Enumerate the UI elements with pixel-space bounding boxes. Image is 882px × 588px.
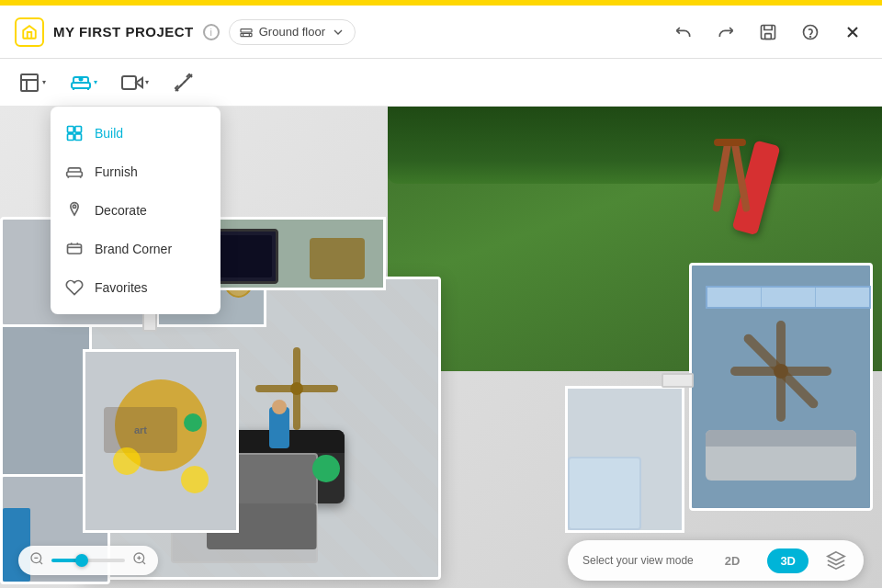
light-fixture-2 [181, 466, 209, 493]
info-icon[interactable]: i [203, 24, 220, 40]
view-mode-selector: Select your view mode 2D 3D [568, 540, 864, 581]
svg-point-19 [73, 205, 75, 208]
zoom-in-icon[interactable] [132, 551, 147, 570]
toolbar: ▾ ▾ ▾ [0, 59, 882, 107]
svg-rect-14 [68, 127, 74, 133]
plant-2 [184, 413, 202, 432]
furnish-tool[interactable]: ▾ [61, 66, 112, 99]
header: MY FIRST PROJECT i Ground floor [0, 6, 882, 59]
bottom-bar: Select your view mode 2D 3D [0, 533, 882, 588]
svg-rect-9 [72, 83, 90, 88]
decorate-icon [65, 201, 84, 220]
svg-rect-16 [68, 134, 74, 141]
svg-line-12 [180, 85, 182, 86]
window-pane-3 [816, 288, 869, 307]
floorplan-arrow: ▾ [42, 78, 51, 87]
svg-line-25 [142, 561, 145, 564]
svg-line-13 [184, 81, 186, 83]
favorites-label: Favorites [95, 280, 148, 295]
wall-art: art [104, 407, 177, 453]
furnish-label: Furnish [95, 164, 138, 179]
zoom-out-icon[interactable] [29, 551, 44, 570]
view-mode-3d[interactable]: 3D [767, 548, 808, 573]
hedge-border [388, 107, 882, 184]
zoom-slider[interactable] [51, 559, 125, 562]
measure-tool[interactable] [164, 66, 204, 99]
svg-rect-4 [762, 25, 775, 39]
project-title: MY FIRST PROJECT [53, 24, 194, 40]
floor-selector[interactable]: Ground floor [229, 19, 356, 45]
fan2-blade-d1 [742, 333, 820, 411]
header-right [669, 17, 867, 47]
window-pane-2 [762, 288, 816, 307]
fan2-blades-diag [709, 300, 853, 443]
furnish-arrow: ▾ [94, 78, 103, 87]
swing-top-bar [714, 139, 746, 146]
help-button[interactable] [796, 17, 825, 47]
svg-rect-0 [241, 33, 252, 36]
kitchen-area [565, 386, 684, 533]
svg-rect-18 [67, 172, 83, 176]
shower-enclosure [568, 457, 641, 530]
right-room-fan [730, 321, 831, 422]
dining-table-small [310, 238, 365, 279]
menu-item-brand-corner[interactable]: Brand Corner [51, 230, 220, 268]
undo-button[interactable] [669, 17, 698, 47]
svg-point-10 [80, 77, 83, 80]
left-room-top [0, 309, 92, 492]
dining-area: art [83, 349, 239, 533]
decorate-label: Decorate [95, 203, 147, 218]
view-mode-2d[interactable]: 2D [712, 548, 753, 573]
ceiling-fan [255, 347, 338, 430]
menu-item-build[interactable]: Build [51, 114, 220, 153]
svg-rect-15 [75, 127, 82, 133]
furnish-icon [65, 163, 84, 181]
svg-rect-20 [68, 244, 82, 254]
brand-corner-label: Brand Corner [95, 242, 172, 256]
svg-rect-17 [75, 134, 82, 141]
favorites-icon [65, 278, 84, 297]
view-mode-label: Select your view mode [582, 554, 694, 567]
home-icon[interactable] [15, 17, 44, 47]
menu-item-decorate[interactable]: Decorate [51, 191, 220, 230]
accent-bar [0, 0, 882, 6]
svg-rect-11 [122, 76, 136, 89]
redo-button[interactable] [711, 17, 741, 47]
camera-arrow: ▾ [145, 78, 154, 87]
floorplan-tool[interactable]: ▾ [9, 66, 61, 99]
floor-label: Ground floor [259, 25, 325, 39]
svg-rect-5 [765, 33, 772, 39]
brand-corner-icon [65, 240, 84, 258]
window-pane-1 [707, 288, 762, 307]
view-mode-dollhouse[interactable] [823, 548, 849, 573]
save-button[interactable] [753, 17, 783, 47]
build-icon [65, 124, 84, 142]
blue-room-windows [706, 286, 871, 309]
zoom-control [18, 546, 158, 575]
header-left: MY FIRST PROJECT i Ground floor [15, 17, 669, 47]
svg-rect-1 [241, 28, 252, 31]
camera-tool[interactable]: ▾ [112, 66, 164, 99]
door-2 [662, 373, 694, 388]
svg-rect-8 [21, 74, 38, 91]
svg-point-7 [810, 36, 811, 37]
build-label: Build [95, 126, 123, 141]
right-sofa [706, 430, 856, 481]
svg-line-22 [40, 561, 42, 564]
right-sofa-back [706, 430, 856, 447]
close-button[interactable] [838, 17, 867, 47]
light-fixture-1 [113, 447, 141, 475]
menu-item-favorites[interactable]: Favorites [51, 268, 220, 307]
dropdown-menu: Build Furnish Decorate [51, 107, 220, 314]
plant [312, 455, 340, 482]
menu-item-furnish[interactable]: Furnish [51, 153, 220, 191]
fan-blade-v [293, 347, 300, 430]
